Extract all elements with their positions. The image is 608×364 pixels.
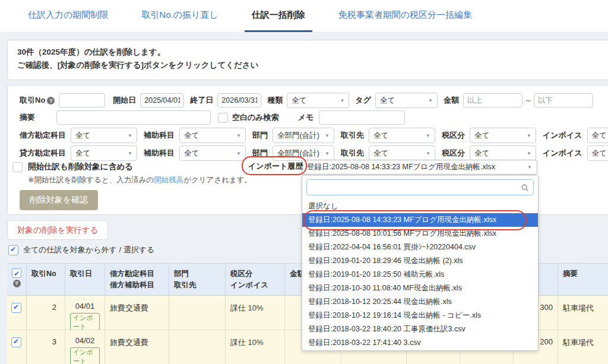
chevron-down-icon: ▼ [428,98,433,103]
debit-sub-account-select[interactable]: 全て▼ [179,128,246,143]
import-history-selected-value: 登録日:2025-08-08 14:33:23 MFブログ用現金出納帳.xlsx [307,162,495,172]
credit-tax-value: 全て [474,148,489,159]
credit-counterparty-value: 全て [373,148,388,159]
notice-box: 30件（2025年度）の仕訳を削除します。 ご確認後、[対象の削除を実行する]ボ… [7,40,608,80]
credit-department-value: 全部門(合計) [277,148,319,159]
row-checkbox[interactable] [11,337,21,347]
debit-counterparty-select[interactable]: 全て▼ [369,128,435,143]
tag-select[interactable]: 全て▼ [375,93,438,108]
opening-balance-link[interactable]: 開始残高 [154,176,183,184]
dropdown-item-selected[interactable]: 登録日:2025-08-08 14:33:23 MFブログ用現金出納帳.xlsx [302,213,538,227]
notice-line1: 30件（2025年度）の仕訳を削除します。 [17,46,604,59]
cell-department [169,330,226,364]
cell-tax: 課仕 10% [226,330,285,364]
include-opening-label: 開始仕訳も削除対象に含める [28,162,133,172]
chevron-down-icon: ▼ [325,133,330,138]
blank-only-checkbox[interactable] [218,113,228,123]
chevron-down-icon: ▼ [426,133,430,138]
cell-txn-no: 3 [27,330,65,364]
debit-tax-select[interactable]: 全て▼ [470,128,536,143]
debit-invoice-label: インボイス [543,130,582,141]
filter-row-1: 取引No ? 開始日 終了日 種類 全て▼ タグ 全て▼ 金額 ～ [20,93,593,108]
credit-account-select[interactable]: 全て▼ [71,145,137,161]
start-date-input[interactable] [140,93,184,107]
credit-invoice-select[interactable]: 全て▼ [587,145,608,161]
import-history-dropdown: 選択なし 登録日:2025-08-08 14:33:23 MFブログ用現金出納帳… [302,175,539,351]
filter-row-debit: 借方勘定科目 全て▼ 補助科目 全て▼ 部門 全部門(合計)▼ 取引先 全て▼ … [20,128,608,143]
txn-no-input[interactable] [59,93,105,107]
type-select-value: 全て [292,96,306,106]
cell-summary: 駐車場代 [558,330,608,364]
chevron-down-icon: ▼ [340,98,344,103]
summary-input[interactable] [56,110,211,125]
tab-entry-period-limit[interactable]: 仕訳入力の期間制限 [21,0,115,32]
cell-tax: 課仕 10% [226,296,285,330]
header-help-icon[interactable]: ? [13,280,21,287]
tab-renumber-transactions[interactable]: 取引No.の振り直し [134,0,225,32]
type-select[interactable]: 全て▼ [287,93,349,108]
select-all-row: 全ての仕訳を対象から外す / 選択する [8,245,154,255]
debit-sub-account-value: 全て [184,131,199,141]
dropdown-item[interactable]: 登録日:2018-10-30 11:08:40 MF現金出納帳.xls [302,281,538,295]
credit-counterparty-select[interactable]: 全て▼ [369,145,435,161]
filter-row-opening: 開始仕訳も削除対象に含める [12,162,133,172]
dropdown-item[interactable]: 選択なし [302,200,538,213]
include-opening-checkbox[interactable] [12,162,23,172]
import-badge: インポート [70,347,100,364]
dropdown-item[interactable]: 登録日:2018-03-22 17:41:40 3.csv [302,336,538,350]
credit-sub-account-select[interactable]: 全て▼ [179,145,246,161]
dropdown-item[interactable]: 登録日:2018-10-12 19:16:14 現金出納帳 - コピー.xls [302,309,538,322]
chevron-down-icon: ▼ [527,133,531,138]
memo-input[interactable] [319,110,405,125]
row-checkbox[interactable] [11,303,21,313]
tab-tax-exempt-bulk-edit[interactable]: 免税事業者期間の税区分一括編集 [331,0,479,32]
debit-sub-account-label: 補助科目 [144,130,175,141]
debit-department-select[interactable]: 全部門(合計)▼ [273,128,334,143]
amount-separator: ～ [524,95,532,106]
opening-note-prefix: ※開始仕訳を削除すると、入力済みの [28,176,154,184]
dropdown-item[interactable]: 登録日:2018-03-22 18:40:20 工事原価仕訳3.csv [302,322,538,336]
dropdown-item[interactable]: 登録日:2019-01-20 18:29:46 現金出納帳 (2).xls [302,254,538,268]
amount-min-input[interactable] [463,93,522,107]
debit-account-label: 借方勘定科目 [20,130,71,141]
credit-counterparty-label: 取引先 [341,148,364,159]
cell-txn-date: 04/02インポート [65,330,105,364]
debit-department-label: 部門 [252,130,268,141]
journal-bulk-delete-page: 仕訳入力の期間制限 取引No.の振り直し 仕訳一括削除 免税事業者期間の税区分一… [0,0,608,364]
dropdown-item[interactable]: 登録日:2025-08-08 10:01:56 MFブログ用現金出納帳.xlsx [302,227,538,240]
header-select-all-checkbox[interactable] [12,268,21,278]
credit-tax-select[interactable]: 全て▼ [470,145,536,161]
credit-invoice-value: 全て [592,148,607,159]
credit-department-label: 部門 [252,148,268,159]
cell-debit-account[interactable]: 旅費交通費 [105,330,169,364]
debit-invoice-value: 全て [592,131,607,141]
end-date-input[interactable] [217,93,261,107]
debit-invoice-select[interactable]: 全て▼ [587,128,608,143]
execute-delete-button[interactable]: 対象の削除を実行する [7,220,108,240]
dropdown-item[interactable]: 登録日:2019-01-20 18:25:50 補助元帳.xls [302,268,538,281]
txn-no-help-icon[interactable]: ? [47,97,55,105]
import-history-label: インポート履歴 [248,161,303,172]
end-date-label: 終了日 [190,95,213,106]
debit-account-select[interactable]: 全て▼ [71,128,137,143]
select-all-label: 全ての仕訳を対象から外す / 選択する [23,245,154,255]
tag-select-value: 全て [380,96,395,106]
start-date-label: 開始日 [113,95,136,106]
opening-note: ※開始仕訳を削除すると、入力済みの開始残高がクリアされます。 [28,175,252,185]
dropdown-search-input[interactable] [309,181,518,195]
tab-bulk-delete[interactable]: 仕訳一括削除 [245,0,312,32]
import-badge: インポート [70,313,100,330]
memo-label: メモ [298,112,314,123]
credit-department-select[interactable]: 全部門(合計)▼ [273,145,334,161]
dropdown-item[interactable]: 登録日:2022-04-04 16:56:01 買掛ｼｰﾄ20220404.cs… [302,240,538,254]
cell-debit-account[interactable]: 旅費交通費 [105,296,169,330]
tag-label: タグ [355,95,371,106]
amount-max-input[interactable] [534,93,593,107]
dropdown-item[interactable]: 登録日:2018-10-12 20:25:44 現金出納帳.xls [302,295,538,309]
blank-only-label: 空白のみ検索 [232,112,279,123]
confirm-targets-button[interactable]: 削除対象を確認 [20,190,98,210]
credit-account-value: 全て [75,148,90,159]
select-all-checkbox[interactable] [8,245,18,255]
filter-row-credit: 貸方勘定科目 全て▼ 補助科目 全て▼ 部門 全部門(合計)▼ 取引先 全て▼ … [20,145,608,161]
import-history-select[interactable]: 登録日:2025-08-08 14:33:23 MFブログ用現金出納帳.xlsx… [302,160,537,175]
